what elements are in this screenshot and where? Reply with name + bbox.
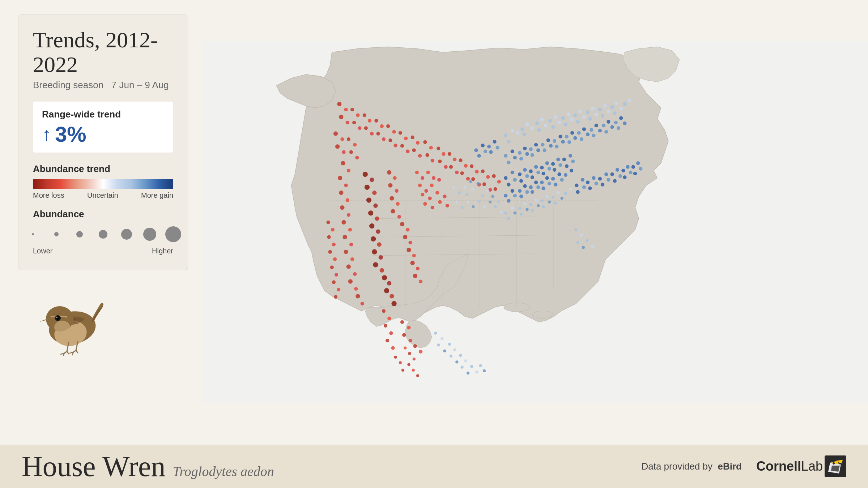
svg-point-260 [598,129,602,132]
svg-point-179 [497,180,501,183]
cornell-lab-logo: CornellLab [756,455,846,477]
svg-point-340 [514,211,516,214]
range-trend-title: Range-wide trend [42,109,164,120]
svg-point-400 [500,210,503,213]
svg-point-275 [522,133,526,136]
svg-point-329 [541,187,545,190]
svg-point-288 [570,118,573,121]
svg-point-165 [455,171,459,174]
svg-point-167 [464,164,468,167]
svg-point-107 [326,221,330,224]
gradient-label-right: More gain [141,191,173,200]
svg-point-73 [432,176,435,180]
abundance-dot [143,228,156,241]
svg-point-11 [341,161,345,165]
svg-point-139 [380,124,384,128]
svg-point-30 [360,302,364,305]
svg-point-365 [434,332,437,335]
svg-point-284 [557,121,561,124]
cornell-bold-text: Cornell [756,459,801,474]
svg-point-268 [623,121,626,125]
svg-point-111 [328,250,332,254]
svg-point-105 [413,344,417,348]
svg-point-332 [557,172,561,176]
svg-point-350 [546,195,549,198]
svg-point-206 [581,178,584,181]
svg-point-72 [426,171,430,174]
svg-point-14 [344,184,348,187]
svg-point-112 [333,257,337,261]
svg-point-321 [519,194,523,198]
svg-point-378 [475,371,478,373]
svg-point-363 [586,239,588,242]
svg-point-324 [534,180,538,184]
svg-point-170 [470,164,473,168]
svg-point-334 [560,178,563,181]
svg-point-62 [403,235,407,239]
svg-point-327 [540,180,544,184]
svg-point-263 [604,130,608,133]
svg-point-48 [387,281,391,286]
svg-point-234 [523,146,527,150]
svg-point-310 [484,150,487,153]
svg-point-247 [555,145,558,148]
svg-point-63 [408,241,412,244]
svg-point-318 [513,194,517,197]
svg-point-314 [496,146,499,149]
svg-point-10 [532,311,553,318]
content-area: Trends, 2012-2022 Breeding season 7 Jun … [0,0,868,445]
svg-point-128 [339,115,343,119]
svg-point-37 [368,210,373,215]
svg-point-242 [546,138,550,142]
footer-left: House Wren Troglodytes aedon [22,452,274,481]
svg-point-315 [504,194,507,197]
svg-point-23 [344,250,348,254]
svg-point-349 [540,200,543,202]
svg-point-122 [347,137,350,141]
svg-point-33 [365,185,370,190]
gradient-labels: More loss Uncertain More gain [33,191,173,200]
svg-point-109 [327,235,331,239]
svg-point-145 [393,144,397,147]
svg-point-290 [579,110,582,113]
svg-point-320 [523,184,527,188]
svg-point-369 [448,343,451,346]
svg-point-194 [545,161,549,165]
svg-point-184 [513,178,517,181]
svg-point-17 [340,205,344,210]
card-title: Trends, 2012-2022 [33,27,173,77]
svg-point-232 [513,156,517,159]
svg-point-91 [391,346,395,350]
svg-point-236 [525,152,529,156]
svg-point-367 [437,343,440,346]
svg-point-15 [339,191,343,195]
svg-point-283 [551,125,555,129]
svg-point-248 [561,140,565,144]
trend-percent: 3% [55,124,86,145]
svg-point-182 [511,171,514,174]
svg-point-294 [591,107,594,110]
svg-point-254 [582,127,586,131]
svg-point-199 [553,168,556,172]
svg-point-131 [356,113,359,117]
abundance-dot [165,226,181,242]
svg-point-341 [518,207,521,210]
svg-point-249 [565,135,569,138]
svg-point-95 [404,346,407,349]
credit-text: Data provided by [641,461,712,472]
svg-point-174 [481,170,485,173]
svg-point-347 [531,209,534,212]
svg-point-212 [595,182,598,185]
svg-point-379 [479,364,482,367]
svg-point-364 [591,245,594,248]
svg-point-219 [613,179,617,183]
svg-point-276 [531,126,534,130]
svg-point-53 [393,176,396,180]
svg-point-282 [554,115,557,119]
svg-point-371 [450,355,452,358]
svg-point-70 [415,171,419,174]
svg-point-362 [582,246,585,249]
svg-point-186 [523,168,527,172]
svg-point-129 [346,121,349,124]
svg-point-124 [349,150,353,154]
